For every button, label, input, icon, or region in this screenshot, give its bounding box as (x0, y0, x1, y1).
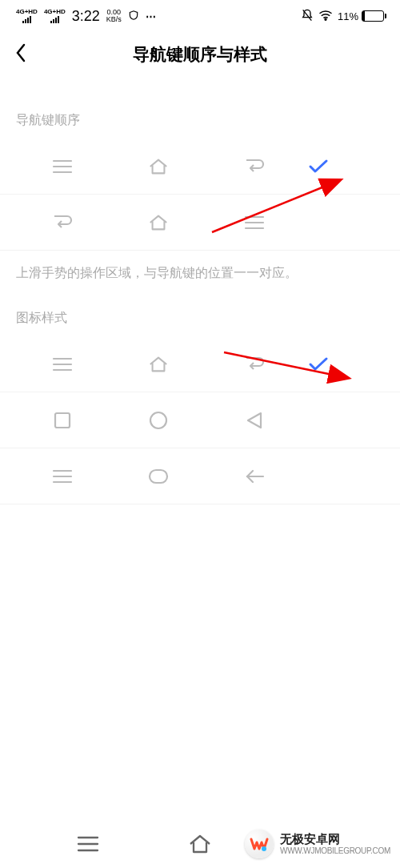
swipe-hint: 上滑手势的操作区域，与导航键的位置一一对应。 (0, 251, 400, 290)
checkmark-icon (302, 159, 334, 175)
svg-point-11 (150, 412, 166, 428)
style-options-list (0, 336, 400, 504)
order-option-0[interactable] (0, 139, 400, 195)
watermark: 无极安卓网 WWW.WJMOBILEGROUP.COM (245, 830, 390, 858)
home-icon (148, 354, 169, 375)
icon-group (14, 354, 302, 375)
watermark-url: WWW.WJMOBILEGROUP.COM (280, 846, 390, 855)
icon-group (14, 156, 302, 177)
hamburger-icon (244, 212, 265, 233)
hamburger-icon (52, 156, 73, 177)
network-label-2: 4G+HD (44, 9, 66, 15)
checkmark-icon (302, 356, 334, 372)
svg-rect-15 (150, 470, 167, 483)
battery-icon (362, 10, 384, 22)
style-option-2[interactable] (0, 448, 400, 504)
back-icon (244, 156, 265, 177)
back-icon (52, 212, 73, 233)
icon-group (14, 212, 302, 233)
mute-icon (301, 9, 314, 24)
wifi-icon (318, 10, 333, 23)
square-icon (52, 410, 73, 431)
back-button[interactable] (14, 42, 38, 67)
more-dots-icon: ⋯ (146, 10, 158, 22)
nav-recent-button[interactable] (72, 834, 104, 854)
status-right: 11% (301, 9, 384, 24)
back-icon (244, 354, 265, 375)
order-options-list (0, 139, 400, 251)
watermark-title: 无极安卓网 (280, 833, 390, 846)
circle-icon (148, 410, 169, 431)
status-bar: 4G+HD 4G+HD 3:22 0.00 KB/s ⋯ 11% (0, 0, 400, 32)
hamburger-icon (52, 466, 73, 487)
section-label-style: 图标样式 (0, 290, 400, 336)
status-left: 4G+HD 4G+HD 3:22 0.00 KB/s ⋯ (16, 8, 158, 25)
svg-rect-10 (55, 413, 70, 428)
order-option-1[interactable] (0, 195, 400, 251)
style-option-0[interactable] (0, 336, 400, 392)
svg-point-24 (262, 846, 266, 851)
signal-1: 4G+HD (16, 9, 38, 23)
signal-2: 4G+HD (44, 9, 66, 23)
rounded-square-icon (148, 466, 169, 487)
alarm-icon (128, 10, 139, 23)
status-speed: 0.00 KB/s (106, 9, 122, 23)
arrow-left-icon (244, 466, 265, 487)
header: 导航键顺序与样式 (0, 32, 400, 76)
section-label-order: 导航键顺序 (0, 76, 400, 139)
battery-percent: 11% (338, 10, 358, 22)
battery: 11% (338, 10, 384, 22)
svg-point-0 (325, 18, 326, 20)
icon-group (14, 466, 302, 487)
home-icon (148, 156, 169, 177)
triangle-icon (244, 410, 265, 431)
home-icon (148, 212, 169, 233)
style-option-1[interactable] (0, 392, 400, 448)
hamburger-icon (52, 354, 73, 375)
page-title: 导航键顺序与样式 (0, 43, 400, 66)
status-time: 3:22 (72, 8, 100, 25)
watermark-logo (245, 830, 274, 858)
network-label-1: 4G+HD (16, 9, 38, 15)
icon-group (14, 410, 302, 431)
nav-home-button[interactable] (184, 834, 216, 854)
